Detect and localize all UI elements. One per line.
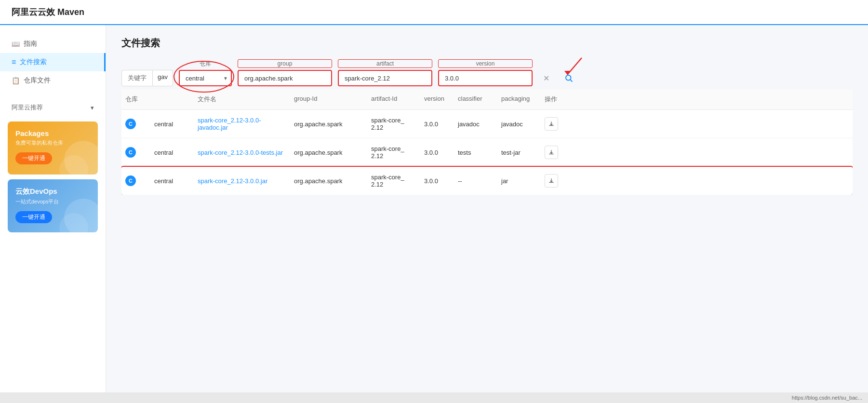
- promo-card-packages: Packages 免费可靠的私有仓库 一键开通: [8, 121, 98, 175]
- th-artifact-id: artifact-Id: [367, 89, 420, 109]
- svg-point-1: [566, 75, 571, 81]
- download-icon: [548, 177, 555, 184]
- artifact-field-group: artifact: [338, 59, 432, 86]
- row3-packaging: jar: [497, 171, 541, 191]
- sidebar: 📖 指南 ≡ 文件搜索 📋 仓库文件 阿里云推荐 ▾ Packages 免费可靠…: [0, 25, 106, 403]
- search-bar: 关键字 gav 仓库 central public snapshots: [121, 59, 853, 86]
- devops-open-btn[interactable]: 一键开通: [15, 211, 52, 223]
- download-icon: [548, 121, 555, 127]
- search-button-wrapper: [561, 70, 577, 86]
- results-table: 仓库 文件名 group-Id artifact-Id version clas…: [121, 89, 853, 195]
- th-classifier: classifier: [454, 89, 497, 109]
- version-field-group: version: [438, 59, 533, 86]
- url-bar: https://blog.csdn.net/su_bac...: [0, 392, 868, 403]
- row2-repo: central: [150, 142, 194, 163]
- search-icon: [564, 74, 573, 82]
- row3-group-id: org.apache.spark: [290, 171, 367, 191]
- row1-artifact-id: spark-core_2.12: [367, 110, 420, 138]
- row2-packaging: test-jar: [497, 142, 541, 163]
- badge-c: C: [125, 119, 136, 129]
- keyword-group: 关键字 gav: [121, 70, 173, 86]
- row2-download-button[interactable]: [545, 146, 558, 159]
- table-row: C central spark-core_2.12-3.0.0-tests.ja…: [121, 138, 853, 167]
- row3-classifier: --: [454, 171, 497, 191]
- row2-action: [541, 139, 570, 166]
- app-title: 阿里云云效 Maven: [12, 6, 84, 18]
- table-header: 仓库 文件名 group-Id artifact-Id version clas…: [121, 89, 853, 110]
- th-repo: 仓库: [121, 89, 150, 109]
- row3-download-button[interactable]: [545, 174, 558, 188]
- row3-action: [541, 167, 570, 194]
- th-packaging: packaging: [497, 89, 541, 109]
- row1-download-button[interactable]: [545, 117, 558, 131]
- sidebar-item-label-guide: 指南: [24, 40, 37, 48]
- packages-title: Packages: [15, 129, 90, 137]
- main-content: 文件搜索 关键字 gav 仓库 central: [106, 25, 868, 403]
- table-row: C central spark-core_2.12-3.0.0-javadoc.…: [121, 110, 853, 138]
- keyword-label: 关键字: [121, 70, 152, 86]
- sidebar-item-label-file-search: 文件搜索: [20, 58, 47, 67]
- version-input[interactable]: [438, 70, 533, 86]
- row3-artifact-id: spark-core_2.12: [367, 167, 420, 195]
- search-clear-button[interactable]: ✕: [538, 70, 555, 86]
- row1-badge: C: [121, 112, 150, 136]
- th-filename: 文件名: [194, 89, 290, 109]
- th-group-id: group-Id: [290, 89, 367, 109]
- packages-open-btn[interactable]: 一键开通: [15, 152, 52, 164]
- row1-group-id: org.apache.spark: [290, 114, 367, 134]
- sidebar-item-label-repo-files: 仓库文件: [24, 76, 51, 85]
- badge-c: C: [125, 147, 136, 158]
- repo-field-group: 仓库 central public snapshots ▼: [179, 60, 232, 86]
- devops-title: 云效DevOps: [15, 187, 90, 196]
- repo-files-icon: 📋: [12, 77, 20, 84]
- header: 阿里云云效 Maven: [0, 0, 868, 25]
- guide-icon: 📖: [12, 40, 20, 48]
- keyword-select[interactable]: gav: [152, 70, 173, 86]
- row1-repo: central: [150, 114, 194, 134]
- page-title: 文件搜索: [121, 37, 853, 50]
- group-field-label: group: [238, 59, 332, 68]
- row2-group-id: org.apache.spark: [290, 142, 367, 163]
- row2-version: 3.0.0: [420, 142, 454, 163]
- group-input[interactable]: [238, 70, 332, 86]
- row1-action: [541, 110, 570, 137]
- row2-badge: C: [121, 140, 150, 164]
- group-field-group: group: [238, 59, 332, 86]
- th-version: version: [420, 89, 454, 109]
- row1-packaging: javadoc: [497, 114, 541, 134]
- artifact-input[interactable]: [338, 70, 432, 86]
- table-row-highlighted: C central spark-core_2.12-3.0.0.jar org.…: [121, 167, 853, 195]
- sidebar-section-alibaba[interactable]: 阿里云推荐 ▾: [0, 99, 106, 116]
- row1-classifier: javadoc: [454, 114, 497, 134]
- row1-version: 3.0.0: [420, 114, 454, 134]
- th-action: 操作: [541, 89, 570, 109]
- svg-line-2: [570, 80, 572, 81]
- search-button[interactable]: [561, 70, 577, 86]
- th-repo2: [150, 89, 194, 109]
- row2-classifier: tests: [454, 142, 497, 163]
- row3-filename[interactable]: spark-core_2.12-3.0.0.jar: [194, 171, 290, 191]
- badge-c: C: [125, 175, 136, 186]
- table-body: C central spark-core_2.12-3.0.0-javadoc.…: [121, 110, 853, 195]
- sidebar-item-file-search[interactable]: ≡ 文件搜索: [0, 53, 106, 71]
- promo-cards-container: Packages 免费可靠的私有仓库 一键开通 云效DevOps 一站式devo…: [0, 116, 106, 238]
- main-layout: 📖 指南 ≡ 文件搜索 📋 仓库文件 阿里云推荐 ▾ Packages 免费可靠…: [0, 25, 868, 403]
- url-text: https://blog.csdn.net/su_bac...: [792, 395, 862, 401]
- artifact-field-label: artifact: [338, 59, 432, 68]
- file-search-icon: ≡: [12, 58, 16, 67]
- promo-card-devops: 云效DevOps 一站式devops平台 一键开通: [8, 179, 98, 232]
- version-field-label: version: [438, 59, 533, 68]
- download-icon: [548, 149, 555, 156]
- row3-repo: central: [150, 171, 194, 191]
- sidebar-item-repo-files[interactable]: 📋 仓库文件: [0, 71, 106, 90]
- row3-badge: C: [121, 169, 150, 193]
- chevron-down-icon: ▾: [91, 104, 94, 111]
- row1-filename[interactable]: spark-core_2.12-3.0.0-javadoc.jar: [194, 110, 290, 138]
- repo-select-wrapper: central public snapshots ▼: [179, 70, 232, 86]
- repo-select[interactable]: central public snapshots: [179, 70, 232, 86]
- sidebar-item-guide[interactable]: 📖 指南: [0, 35, 106, 53]
- alibaba-section-label: 阿里云推荐: [12, 103, 43, 112]
- row2-filename[interactable]: spark-core_2.12-3.0.0-tests.jar: [194, 142, 290, 163]
- row2-artifact-id: spark-core_2.12: [367, 138, 420, 166]
- repo-field-label: 仓库: [179, 60, 232, 68]
